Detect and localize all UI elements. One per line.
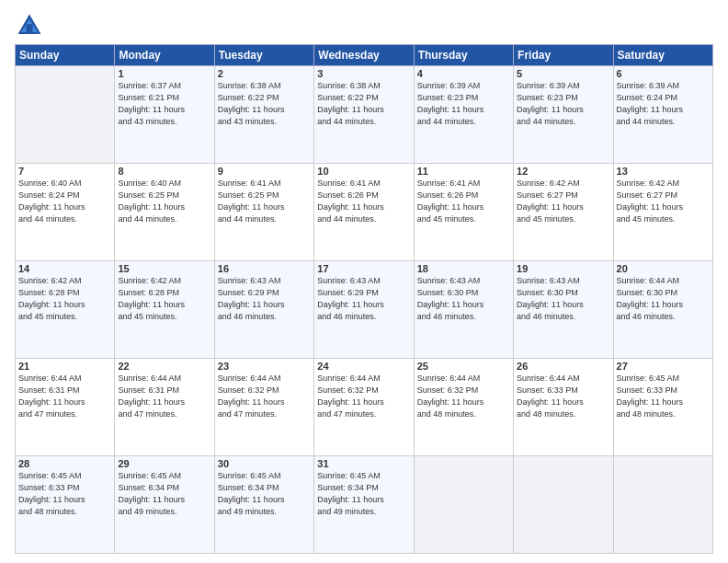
calendar-header-tuesday: Tuesday bbox=[214, 45, 313, 66]
svg-rect-2 bbox=[26, 24, 32, 34]
day-info: Sunrise: 6:42 AMSunset: 6:27 PMDaylight:… bbox=[517, 178, 609, 225]
calendar-cell: 24Sunrise: 6:44 AMSunset: 6:32 PMDayligh… bbox=[314, 359, 414, 456]
day-number: 4 bbox=[417, 68, 510, 79]
day-number: 12 bbox=[517, 166, 609, 177]
calendar-header-row: SundayMondayTuesdayWednesdayThursdayFrid… bbox=[16, 45, 713, 66]
calendar-cell: 7Sunrise: 6:40 AMSunset: 6:24 PMDaylight… bbox=[16, 164, 115, 261]
day-info: Sunrise: 6:43 AMSunset: 6:29 PMDaylight:… bbox=[218, 275, 311, 323]
calendar-cell: 31Sunrise: 6:45 AMSunset: 6:34 PMDayligh… bbox=[314, 456, 414, 554]
calendar-cell: 6Sunrise: 6:39 AMSunset: 6:24 PMDaylight… bbox=[613, 66, 712, 164]
day-info: Sunrise: 6:45 AMSunset: 6:33 PMDaylight:… bbox=[18, 470, 111, 518]
day-number: 24 bbox=[317, 361, 410, 372]
calendar-cell: 15Sunrise: 6:42 AMSunset: 6:28 PMDayligh… bbox=[115, 261, 214, 359]
day-info: Sunrise: 6:44 AMSunset: 6:33 PMDaylight:… bbox=[517, 373, 609, 420]
day-info: Sunrise: 6:40 AMSunset: 6:24 PMDaylight:… bbox=[18, 178, 111, 225]
day-number: 25 bbox=[417, 361, 510, 372]
day-number: 7 bbox=[18, 166, 111, 177]
day-number: 27 bbox=[617, 361, 710, 372]
day-number: 2 bbox=[218, 68, 311, 79]
header bbox=[15, 11, 713, 40]
calendar-cell: 4Sunrise: 6:39 AMSunset: 6:23 PMDaylight… bbox=[414, 66, 513, 164]
day-info: Sunrise: 6:42 AMSunset: 6:28 PMDaylight:… bbox=[18, 275, 111, 323]
calendar-week-5: 28Sunrise: 6:45 AMSunset: 6:33 PMDayligh… bbox=[16, 456, 713, 554]
day-info: Sunrise: 6:39 AMSunset: 6:23 PMDaylight:… bbox=[517, 80, 609, 128]
day-info: Sunrise: 6:38 AMSunset: 6:22 PMDaylight:… bbox=[317, 80, 410, 128]
day-number: 17 bbox=[317, 263, 410, 274]
calendar-cell: 17Sunrise: 6:43 AMSunset: 6:29 PMDayligh… bbox=[314, 261, 414, 359]
day-info: Sunrise: 6:45 AMSunset: 6:33 PMDaylight:… bbox=[617, 373, 710, 420]
day-number: 6 bbox=[617, 68, 710, 79]
calendar-cell: 3Sunrise: 6:38 AMSunset: 6:22 PMDaylight… bbox=[314, 66, 414, 164]
day-number: 16 bbox=[218, 263, 311, 274]
day-number: 9 bbox=[218, 166, 311, 177]
calendar-cell: 9Sunrise: 6:41 AMSunset: 6:25 PMDaylight… bbox=[214, 164, 313, 261]
calendar-header-monday: Monday bbox=[115, 45, 214, 66]
day-number: 31 bbox=[317, 458, 410, 469]
day-info: Sunrise: 6:44 AMSunset: 6:32 PMDaylight:… bbox=[218, 373, 311, 420]
calendar-week-3: 14Sunrise: 6:42 AMSunset: 6:28 PMDayligh… bbox=[16, 261, 713, 359]
day-info: Sunrise: 6:41 AMSunset: 6:26 PMDaylight:… bbox=[417, 178, 510, 225]
calendar-cell: 2Sunrise: 6:38 AMSunset: 6:22 PMDaylight… bbox=[214, 66, 313, 164]
day-number: 23 bbox=[218, 361, 311, 372]
calendar-cell: 25Sunrise: 6:44 AMSunset: 6:32 PMDayligh… bbox=[414, 359, 513, 456]
calendar-cell: 14Sunrise: 6:42 AMSunset: 6:28 PMDayligh… bbox=[16, 261, 115, 359]
day-number: 11 bbox=[417, 166, 510, 177]
calendar-cell: 27Sunrise: 6:45 AMSunset: 6:33 PMDayligh… bbox=[613, 359, 712, 456]
day-info: Sunrise: 6:41 AMSunset: 6:25 PMDaylight:… bbox=[218, 178, 311, 225]
calendar-table: SundayMondayTuesdayWednesdayThursdayFrid… bbox=[15, 44, 713, 554]
day-info: Sunrise: 6:38 AMSunset: 6:22 PMDaylight:… bbox=[218, 80, 311, 128]
calendar-cell: 1Sunrise: 6:37 AMSunset: 6:21 PMDaylight… bbox=[115, 66, 214, 164]
day-info: Sunrise: 6:43 AMSunset: 6:29 PMDaylight:… bbox=[317, 275, 410, 323]
calendar-cell bbox=[613, 456, 712, 554]
day-number: 10 bbox=[317, 166, 410, 177]
calendar-cell: 16Sunrise: 6:43 AMSunset: 6:29 PMDayligh… bbox=[214, 261, 313, 359]
calendar-cell: 8Sunrise: 6:40 AMSunset: 6:25 PMDaylight… bbox=[115, 164, 214, 261]
calendar-cell: 26Sunrise: 6:44 AMSunset: 6:33 PMDayligh… bbox=[514, 359, 613, 456]
calendar-cell: 22Sunrise: 6:44 AMSunset: 6:31 PMDayligh… bbox=[115, 359, 214, 456]
day-number: 14 bbox=[18, 263, 111, 274]
calendar-cell: 10Sunrise: 6:41 AMSunset: 6:26 PMDayligh… bbox=[314, 164, 414, 261]
day-number: 28 bbox=[18, 458, 111, 469]
calendar-cell: 21Sunrise: 6:44 AMSunset: 6:31 PMDayligh… bbox=[16, 359, 115, 456]
calendar-header-wednesday: Wednesday bbox=[314, 45, 414, 66]
day-info: Sunrise: 6:43 AMSunset: 6:30 PMDaylight:… bbox=[417, 275, 510, 323]
day-info: Sunrise: 6:39 AMSunset: 6:23 PMDaylight:… bbox=[417, 80, 510, 128]
calendar-cell: 13Sunrise: 6:42 AMSunset: 6:27 PMDayligh… bbox=[613, 164, 712, 261]
calendar-header-sunday: Sunday bbox=[16, 45, 115, 66]
calendar-cell: 29Sunrise: 6:45 AMSunset: 6:34 PMDayligh… bbox=[115, 456, 214, 554]
day-info: Sunrise: 6:44 AMSunset: 6:30 PMDaylight:… bbox=[617, 275, 710, 323]
page: SundayMondayTuesdayWednesdayThursdayFrid… bbox=[0, 0, 728, 563]
calendar-cell bbox=[514, 456, 613, 554]
day-number: 29 bbox=[118, 458, 210, 469]
calendar-cell: 20Sunrise: 6:44 AMSunset: 6:30 PMDayligh… bbox=[613, 261, 712, 359]
calendar-cell: 18Sunrise: 6:43 AMSunset: 6:30 PMDayligh… bbox=[414, 261, 513, 359]
day-number: 26 bbox=[517, 361, 609, 372]
calendar-cell bbox=[16, 66, 115, 164]
day-info: Sunrise: 6:42 AMSunset: 6:27 PMDaylight:… bbox=[617, 178, 710, 225]
day-info: Sunrise: 6:44 AMSunset: 6:31 PMDaylight:… bbox=[18, 373, 111, 420]
day-info: Sunrise: 6:41 AMSunset: 6:26 PMDaylight:… bbox=[317, 178, 410, 225]
calendar-cell bbox=[414, 456, 513, 554]
day-info: Sunrise: 6:44 AMSunset: 6:31 PMDaylight:… bbox=[118, 373, 210, 420]
day-info: Sunrise: 6:45 AMSunset: 6:34 PMDaylight:… bbox=[317, 470, 410, 518]
day-info: Sunrise: 6:39 AMSunset: 6:24 PMDaylight:… bbox=[617, 80, 710, 128]
day-info: Sunrise: 6:44 AMSunset: 6:32 PMDaylight:… bbox=[317, 373, 410, 420]
day-info: Sunrise: 6:45 AMSunset: 6:34 PMDaylight:… bbox=[218, 470, 311, 518]
calendar-cell: 28Sunrise: 6:45 AMSunset: 6:33 PMDayligh… bbox=[16, 456, 115, 554]
day-info: Sunrise: 6:44 AMSunset: 6:32 PMDaylight:… bbox=[417, 373, 510, 420]
day-number: 13 bbox=[617, 166, 710, 177]
day-number: 3 bbox=[317, 68, 410, 79]
day-number: 21 bbox=[18, 361, 111, 372]
day-number: 20 bbox=[617, 263, 710, 274]
calendar-header-saturday: Saturday bbox=[613, 45, 712, 66]
day-number: 8 bbox=[118, 166, 210, 177]
calendar-cell: 11Sunrise: 6:41 AMSunset: 6:26 PMDayligh… bbox=[414, 164, 513, 261]
logo bbox=[15, 11, 48, 40]
calendar-week-1: 1Sunrise: 6:37 AMSunset: 6:21 PMDaylight… bbox=[16, 66, 713, 164]
day-number: 22 bbox=[118, 361, 210, 372]
day-info: Sunrise: 6:37 AMSunset: 6:21 PMDaylight:… bbox=[118, 80, 210, 128]
calendar-cell: 30Sunrise: 6:45 AMSunset: 6:34 PMDayligh… bbox=[214, 456, 313, 554]
logo-icon bbox=[15, 11, 44, 40]
day-number: 19 bbox=[517, 263, 609, 274]
day-number: 30 bbox=[218, 458, 311, 469]
